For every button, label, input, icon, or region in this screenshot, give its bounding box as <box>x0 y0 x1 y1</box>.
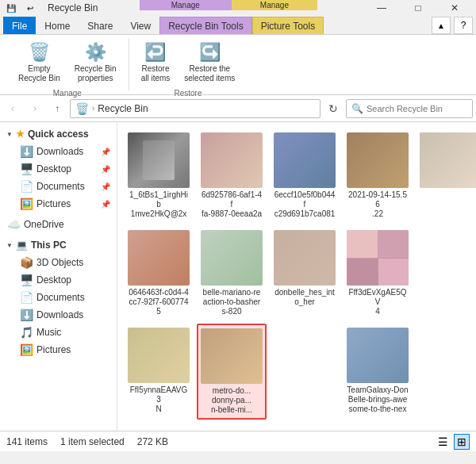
restore-selected-btn[interactable]: ↪️ Restore theselected items <box>178 38 240 87</box>
status-bar-left: 141 items 1 item selected 272 KB <box>6 436 428 447</box>
file-thumbnail <box>201 230 263 286</box>
large-icons-view-btn[interactable]: ⊞ <box>454 434 470 450</box>
sidebar-item-desktop-pc[interactable]: 🖥️ Desktop <box>0 271 117 289</box>
file-name: FfI5ynnaEAAVG3N <box>128 385 190 414</box>
restore-all-icon: ↩️ <box>144 42 166 63</box>
file-name: TeamGalaxy-DonBelle-brings-awesome-to-th… <box>347 385 408 414</box>
file-thumbnail <box>274 132 336 188</box>
tab-picture-tools[interactable]: Picture Tools <box>252 17 324 34</box>
file-thumbnail <box>347 230 409 286</box>
documents-icon: 📄 <box>19 180 33 193</box>
forward-btn[interactable]: › <box>25 99 44 118</box>
documents-label: Documents <box>36 181 98 192</box>
refresh-btn[interactable]: ↻ <box>324 99 343 118</box>
file-name: 6d925786-6af1-4ffa-9887-0eeaa2a46f18_met… <box>201 190 263 219</box>
file-thumbnail <box>128 230 190 286</box>
tab-file[interactable]: File <box>3 17 36 34</box>
file-item[interactable] <box>416 128 476 223</box>
file-thumbnail <box>347 132 409 188</box>
tab-home[interactable]: Home <box>36 17 79 34</box>
computer-icon: 💻 <box>16 240 28 251</box>
file-name: Fff3dEvXgAE5QV4 <box>347 288 409 316</box>
3d-objects-label: 3D Objects <box>36 257 110 268</box>
sidebar-item-downloads[interactable]: ⬇️ Downloads 📌 <box>0 143 117 160</box>
maximize-btn[interactable]: □ <box>400 0 436 20</box>
sidebar-group-quick-access[interactable]: ▼ ★ Quick access <box>0 125 117 143</box>
tab-share[interactable]: Share <box>79 17 121 34</box>
details-view-btn[interactable]: ☰ <box>435 434 451 450</box>
file-item[interactable]: FfI5ynnaEAAVG3N <box>124 324 194 420</box>
sidebar-item-onedrive[interactable]: ☁️ OneDrive <box>0 216 117 233</box>
search-input[interactable] <box>367 104 467 113</box>
file-item[interactable]: 6eccf10e5f0b044fc29d691b7ca081f8 <box>270 128 340 223</box>
pictures-pc-label: Pictures <box>36 344 110 355</box>
file-item[interactable]: 6d925786-6af1-4ffa-9887-0eeaa2a46f18_met… <box>197 128 267 223</box>
file-item[interactable]: 1_6tBs1_1irghHib1mve2HkQ@2x <box>124 128 194 223</box>
file-thumbnail <box>420 132 476 188</box>
empty-recycle-bin-btn[interactable]: 🗑️ EmptyRecycle Bin <box>13 38 66 87</box>
file-thumbnail <box>347 328 409 383</box>
restore-all-btn[interactable]: ↩️ Restoreall items <box>136 38 176 87</box>
sidebar-item-music[interactable]: 🎵 Music <box>0 324 117 341</box>
up-btn[interactable]: ↑ <box>48 99 67 118</box>
pin-icon-4: 📌 <box>101 200 110 209</box>
file-name: 2021-09-14-15.56.22 <box>347 190 409 219</box>
file-item[interactable]: 2021-09-14-15.56.22 <box>343 128 413 223</box>
file-item[interactable]: 0646463f-c0d4-4cc7-92f7-60077458d07f_met… <box>124 226 194 320</box>
restore-selected-label: Restore theselected items <box>184 64 235 83</box>
empty-recycle-bin-label: EmptyRecycle Bin <box>18 64 60 83</box>
item-size: 272 KB <box>137 436 168 447</box>
status-bar-right: ☰ ⊞ <box>435 434 470 450</box>
quick-access-label: Quick access <box>28 128 89 140</box>
picture-tab-group-label: Manage <box>232 0 317 10</box>
restore-group-label: Restore <box>174 89 202 98</box>
desktop-pc-icon: 🖥️ <box>19 274 33 286</box>
quick-access-undo[interactable]: ↩ <box>22 1 38 15</box>
sidebar: ▼ ★ Quick access ⬇️ Downloads 📌 🖥️ Deskt… <box>0 122 117 431</box>
close-btn[interactable]: ✕ <box>436 0 473 20</box>
music-icon: 🎵 <box>19 326 33 339</box>
file-grid-container[interactable]: 1_6tBs1_1irghHib1mve2HkQ@2x 6d925786-6af… <box>117 122 476 431</box>
sidebar-item-pictures-pc[interactable]: 🖼️ Pictures <box>0 341 117 359</box>
item-count: 141 items <box>6 436 48 447</box>
file-item[interactable]: TeamGalaxy-DonBelle-brings-awesome-to-th… <box>343 324 413 420</box>
file-item[interactable]: donbelle_hes_into_her <box>270 226 340 320</box>
minimize-btn[interactable]: — <box>363 0 400 20</box>
search-icon: 🔍 <box>351 103 363 114</box>
pictures-pc-icon: 🖼️ <box>19 343 33 356</box>
sidebar-item-documents-pc[interactable]: 📄 Documents <box>0 289 117 306</box>
file-item[interactable]: Fff3dEvXgAE5QV4 <box>343 226 413 320</box>
recycle-bin-properties-btn[interactable]: ⚙️ Recycle Binproperties <box>69 38 122 87</box>
manage-tab-group-label: Manage <box>140 0 232 10</box>
sidebar-item-pictures[interactable]: 🖼️ Pictures 📌 <box>0 195 117 213</box>
file-thumbnail <box>274 230 336 286</box>
quick-access-btn[interactable]: 💾 <box>3 1 19 15</box>
chevron-icon-pc: ▼ <box>6 242 13 249</box>
onedrive-label: OneDrive <box>24 219 110 230</box>
onedrive-icon: ☁️ <box>6 218 21 231</box>
back-btn[interactable]: ‹ <box>3 99 22 118</box>
sidebar-group-this-pc[interactable]: ▼ 💻 This PC <box>0 236 117 254</box>
pictures-label: Pictures <box>36 198 98 209</box>
file-item[interactable]: belle-mariano-reaction-to-bashers-820 <box>197 226 267 320</box>
sidebar-item-documents[interactable]: 📄 Documents 📌 <box>0 178 117 195</box>
title-text: Recycle Bin <box>48 2 98 13</box>
sidebar-item-downloads-pc[interactable]: ⬇️ Downloads <box>0 306 117 324</box>
address-path[interactable]: 🗑️ › Recycle Bin <box>70 99 321 118</box>
tab-recycle-bin-tools[interactable]: Recycle Bin Tools <box>159 17 252 34</box>
tab-view[interactable]: View <box>121 17 159 34</box>
search-box[interactable]: 🔍 <box>346 99 473 118</box>
path-icon: 🗑️ <box>75 102 89 115</box>
desktop-label: Desktop <box>36 163 98 174</box>
sidebar-item-3d-objects[interactable]: 📦 3D Objects <box>0 254 117 271</box>
documents-pc-label: Documents <box>36 292 110 303</box>
file-thumbnail <box>128 328 190 383</box>
this-pc-label: This PC <box>31 240 67 251</box>
music-label: Music <box>36 327 110 338</box>
downloads-pc-label: Downloads <box>36 309 110 320</box>
sidebar-item-desktop[interactable]: 🖥️ Desktop 📌 <box>0 160 117 178</box>
status-bar: 141 items 1 item selected 272 KB ☰ ⊞ <box>0 431 476 451</box>
file-item[interactable]: metro-do...donny-pa...n-belle-mi...hes-i… <box>197 324 267 420</box>
file-thumbnail <box>201 328 263 384</box>
file-name: 6eccf10e5f0b044fc29d691b7ca081f8 <box>274 190 336 219</box>
